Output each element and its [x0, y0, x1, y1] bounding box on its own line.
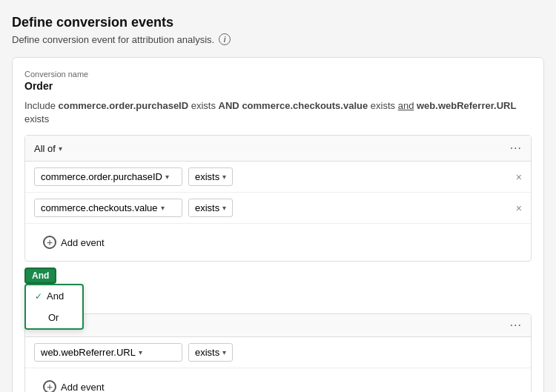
- plus-circle-1: +: [43, 236, 56, 249]
- field-chevron-1: ▾: [165, 173, 169, 181]
- field-label-2: commerce.checkouts.value: [41, 202, 158, 213]
- add-event-row-2: + Add event: [25, 368, 531, 392]
- operator-select-2[interactable]: exists ▾: [188, 199, 233, 217]
- add-event-button-1[interactable]: + Add event: [34, 230, 113, 255]
- field-label-3: web.webReferrer.URL: [41, 347, 136, 358]
- add-event-label-1: Add event: [61, 237, 105, 248]
- and-dropdown: ✓ And Or: [24, 284, 84, 330]
- filter-group-1-header: All of ▾ ···: [25, 136, 531, 162]
- and-connector: And ✓ And Or: [24, 268, 532, 284]
- field-select-3[interactable]: web.webReferrer.URL ▾: [34, 343, 182, 362]
- page-title: Define conversion events: [12, 15, 544, 30]
- conversion-name-value: Order: [24, 80, 532, 92]
- page-container: Define conversion events Define conversi…: [0, 0, 556, 392]
- and-checkmark: ✓: [35, 291, 42, 302]
- operator-chevron-1: ▾: [222, 173, 226, 181]
- and-dropdown-and-label: And: [47, 290, 64, 302]
- plus-circle-2: +: [43, 380, 56, 392]
- field-chevron-3: ▾: [139, 348, 142, 356]
- group2-ellipsis-button[interactable]: ···: [510, 319, 522, 332]
- operator-label-2: exists: [195, 202, 219, 213]
- group1-ellipsis-button[interactable]: ···: [510, 142, 522, 155]
- and-dropdown-or-label: Or: [48, 312, 59, 323]
- operator-chevron-2: ▾: [222, 204, 226, 212]
- operator-label-3: exists: [195, 347, 219, 358]
- field-chevron-2: ▾: [161, 204, 165, 212]
- field-label-1: commerce.order.purchaseID: [41, 171, 162, 182]
- filter-group-2: ··· web.webReferrer.URL ▾ exists ▾ + Add…: [24, 313, 532, 392]
- and-badge-button[interactable]: And: [24, 268, 56, 284]
- all-of-chevron: ▾: [59, 144, 62, 153]
- filter-group-1: All of ▾ ··· commerce.order.purchaseID ▾…: [24, 135, 532, 262]
- operator-chevron-3: ▾: [222, 348, 226, 356]
- operator-select-3[interactable]: exists ▾: [188, 343, 233, 362]
- remove-row-2-button[interactable]: ×: [516, 202, 522, 214]
- include-line: Include commerce.order.purchaseID exists…: [24, 99, 532, 126]
- filter-row-3: web.webReferrer.URL ▾ exists ▾: [25, 337, 531, 368]
- subtitle-text: Define conversion event for attribution …: [12, 34, 214, 45]
- filter-row-1: commerce.order.purchaseID ▾ exists ▾ ×: [25, 162, 531, 193]
- all-of-button[interactable]: All of ▾: [34, 143, 62, 154]
- operator-select-1[interactable]: exists ▾: [188, 167, 233, 186]
- all-of-label: All of: [34, 143, 56, 154]
- field-select-1[interactable]: commerce.order.purchaseID ▾: [34, 167, 182, 186]
- add-event-label-2: Add event: [61, 382, 105, 392]
- and-dropdown-item-or[interactable]: Or: [26, 307, 82, 328]
- add-event-button-2[interactable]: + Add event: [34, 374, 113, 392]
- filter-row-2: commerce.checkouts.value ▾ exists ▾ ×: [25, 193, 531, 224]
- and-dropdown-item-and[interactable]: ✓ And: [26, 285, 82, 307]
- page-subtitle: Define conversion event for attribution …: [12, 33, 544, 45]
- info-icon[interactable]: i: [219, 33, 231, 45]
- remove-row-1-button[interactable]: ×: [516, 171, 522, 183]
- operator-label-1: exists: [195, 171, 219, 182]
- conversion-name-label: Conversion name: [24, 70, 532, 79]
- conversion-card: Conversion name Order Include commerce.o…: [12, 57, 544, 392]
- filter-group-2-header: ···: [25, 314, 531, 337]
- field-select-2[interactable]: commerce.checkouts.value ▾: [34, 199, 182, 217]
- add-event-row-1: + Add event: [25, 224, 531, 261]
